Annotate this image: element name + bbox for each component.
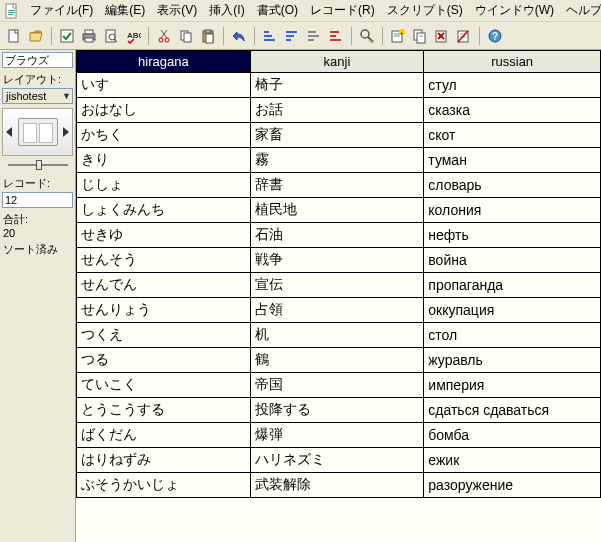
table-row[interactable]: ばくだん爆弾бомба	[77, 423, 601, 448]
paste-button[interactable]	[198, 26, 218, 46]
cell-hiragana[interactable]: ていこく	[77, 373, 251, 398]
column-header-kanji[interactable]: kanji	[250, 51, 424, 73]
unsort-button[interactable]	[326, 26, 346, 46]
prev-record-icon[interactable]	[6, 127, 12, 137]
table-row[interactable]: かちく家畜скот	[77, 123, 601, 148]
cell-hiragana[interactable]: せんりょう	[77, 298, 251, 323]
cell-russian[interactable]: нефть	[424, 223, 601, 248]
menu-edit[interactable]: 編集(E)	[99, 0, 151, 21]
cell-kanji[interactable]: 鶴	[250, 348, 424, 373]
table-row[interactable]: せんそう戦争война	[77, 248, 601, 273]
table-row[interactable]: ぶそうかいじょ武装解除разоружение	[77, 473, 601, 498]
cell-hiragana[interactable]: つる	[77, 348, 251, 373]
spellcheck-button[interactable]: ABC	[123, 26, 143, 46]
cell-kanji[interactable]: 占領	[250, 298, 424, 323]
sort-desc-button[interactable]	[282, 26, 302, 46]
cell-kanji[interactable]: 植民地	[250, 198, 424, 223]
undo-button[interactable]	[229, 26, 249, 46]
cell-russian[interactable]: колония	[424, 198, 601, 223]
menu-format[interactable]: 書式(O)	[251, 0, 304, 21]
menu-scripts[interactable]: スクリプト(S)	[381, 0, 469, 21]
table-row[interactable]: つくえ机стол	[77, 323, 601, 348]
menu-view[interactable]: 表示(V)	[151, 0, 203, 21]
preview-button[interactable]	[101, 26, 121, 46]
cell-russian[interactable]: сдаться сдаваться	[424, 398, 601, 423]
menu-help[interactable]: ヘルプ(H)	[560, 0, 601, 21]
cell-russian[interactable]: оккупация	[424, 298, 601, 323]
cell-hiragana[interactable]: つくえ	[77, 323, 251, 348]
sort-custom-button[interactable]	[304, 26, 324, 46]
cell-kanji[interactable]: 宣伝	[250, 273, 424, 298]
cell-hiragana[interactable]: かちく	[77, 123, 251, 148]
cell-kanji[interactable]: 机	[250, 323, 424, 348]
menu-window[interactable]: ウインドウ(W)	[469, 0, 560, 21]
cell-russian[interactable]: туман	[424, 148, 601, 173]
cell-russian[interactable]: пропаганда	[424, 273, 601, 298]
cell-kanji[interactable]: 爆弾	[250, 423, 424, 448]
table-row[interactable]: ていこく帝国империя	[77, 373, 601, 398]
cell-kanji[interactable]: 辞書	[250, 173, 424, 198]
record-navigator[interactable]	[2, 108, 73, 156]
cell-hiragana[interactable]: いす	[77, 73, 251, 98]
table-row[interactable]: じしょ辞書словарь	[77, 173, 601, 198]
column-header-russian[interactable]: russian	[424, 51, 601, 73]
delete-record-button[interactable]	[432, 26, 452, 46]
cell-russian[interactable]: империя	[424, 373, 601, 398]
cell-hiragana[interactable]: せんでん	[77, 273, 251, 298]
table-row[interactable]: おはなしお話сказка	[77, 98, 601, 123]
cell-russian[interactable]: стол	[424, 323, 601, 348]
column-header-hiragana[interactable]: hiragana	[77, 51, 251, 73]
sort-asc-button[interactable]	[260, 26, 280, 46]
cell-hiragana[interactable]: はりねずみ	[77, 448, 251, 473]
cell-kanji[interactable]: お話	[250, 98, 424, 123]
cell-kanji[interactable]: ハリネズミ	[250, 448, 424, 473]
cell-kanji[interactable]: 家畜	[250, 123, 424, 148]
cell-hiragana[interactable]: しょくみんち	[77, 198, 251, 223]
cell-hiragana[interactable]: おはなし	[77, 98, 251, 123]
cell-hiragana[interactable]: とうこうする	[77, 398, 251, 423]
new-doc-button[interactable]	[4, 26, 24, 46]
table-row[interactable]: せんでん宣伝пропаганда	[77, 273, 601, 298]
cell-kanji[interactable]: 武装解除	[250, 473, 424, 498]
record-number-field[interactable]: 12	[2, 192, 73, 208]
menu-records[interactable]: レコード(R)	[304, 0, 381, 21]
help-button[interactable]: ?	[485, 26, 505, 46]
menu-insert[interactable]: 挿入(I)	[203, 0, 250, 21]
cell-russian[interactable]: журавль	[424, 348, 601, 373]
next-record-icon[interactable]	[63, 127, 69, 137]
table-row[interactable]: はりねずみハリネズミежик	[77, 448, 601, 473]
cell-kanji[interactable]: 投降する	[250, 398, 424, 423]
table-row[interactable]: つる鶴журавль	[77, 348, 601, 373]
cell-hiragana[interactable]: きり	[77, 148, 251, 173]
confirm-button[interactable]	[57, 26, 77, 46]
cell-russian[interactable]: война	[424, 248, 601, 273]
table-row[interactable]: きり霧туман	[77, 148, 601, 173]
cell-russian[interactable]: сказка	[424, 98, 601, 123]
menu-file[interactable]: ファイル(F)	[24, 0, 99, 21]
cell-hiragana[interactable]: じしょ	[77, 173, 251, 198]
find-button[interactable]	[357, 26, 377, 46]
cell-hiragana[interactable]: せきゆ	[77, 223, 251, 248]
table-row[interactable]: せきゆ石油нефть	[77, 223, 601, 248]
cell-hiragana[interactable]: せんそう	[77, 248, 251, 273]
cell-kanji[interactable]: 椅子	[250, 73, 424, 98]
cell-hiragana[interactable]: ぶそうかいじょ	[77, 473, 251, 498]
table-row[interactable]: いす椅子стул	[77, 73, 601, 98]
duplicate-record-button[interactable]	[410, 26, 430, 46]
cell-kanji[interactable]: 帝国	[250, 373, 424, 398]
omit-record-button[interactable]	[454, 26, 474, 46]
table-row[interactable]: とうこうする投降するсдаться сдаваться	[77, 398, 601, 423]
cell-russian[interactable]: словарь	[424, 173, 601, 198]
mode-indicator[interactable]: ブラウズ	[2, 52, 73, 68]
record-slider[interactable]	[2, 160, 73, 170]
cell-hiragana[interactable]: ばくだん	[77, 423, 251, 448]
layout-dropdown[interactable]: jishotest ▼	[2, 88, 73, 104]
cell-russian[interactable]: стул	[424, 73, 601, 98]
open-button[interactable]	[26, 26, 46, 46]
cell-russian[interactable]: разоружение	[424, 473, 601, 498]
print-button[interactable]	[79, 26, 99, 46]
cell-kanji[interactable]: 霧	[250, 148, 424, 173]
copy-button[interactable]	[176, 26, 196, 46]
data-area[interactable]: hiragana kanji russian いす椅子стулおはなしお話ска…	[76, 50, 601, 542]
cell-kanji[interactable]: 戦争	[250, 248, 424, 273]
